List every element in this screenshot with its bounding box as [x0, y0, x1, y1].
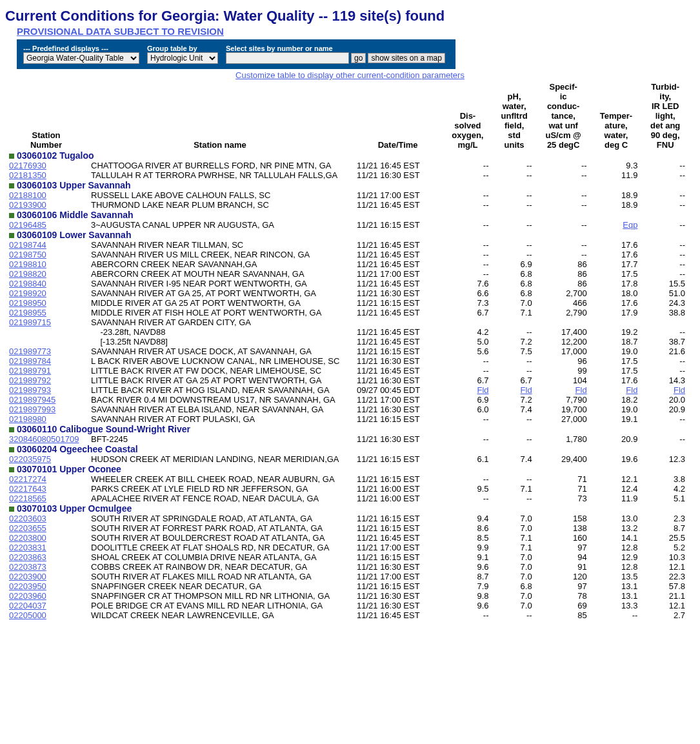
station-link[interactable]: 02198820 [9, 269, 46, 279]
station-link[interactable]: 02203873 [9, 562, 46, 572]
station-number-cell: 02205000 [5, 610, 87, 620]
station-link[interactable]: 02203900 [9, 572, 46, 581]
value-cell: -- [493, 220, 536, 230]
station-number-cell: 021989792 [5, 376, 87, 385]
station-number-cell: 02198920 [5, 288, 87, 298]
datetime-cell: 11/21 16:45 EST [353, 366, 443, 376]
value-cell: 19.6 [591, 454, 642, 464]
value-cell: 85 [536, 610, 591, 620]
value-link[interactable]: Fld [575, 385, 587, 395]
group-header-row: 03060109 Lower Savannah [5, 230, 689, 240]
value-cell: 94 [536, 552, 591, 562]
station-link[interactable]: 02218565 [9, 494, 46, 503]
table-row: 021989715SAVANNAH RIVER AT GARDEN CITY, … [5, 317, 689, 327]
table-row: 02188100RUSSELL LAKE ABOVE CALHOUN FALLS… [5, 190, 689, 200]
station-link[interactable]: 320846080501709 [9, 434, 79, 444]
datetime-cell: 11/21 16:45 EST [353, 279, 443, 288]
station-number-cell: 02203655 [5, 523, 87, 533]
station-link[interactable]: 02217274 [9, 474, 46, 484]
station-link[interactable]: 02204037 [9, 601, 46, 610]
datetime-cell: 11/21 17:00 EST [353, 190, 443, 200]
station-link[interactable]: 02203960 [9, 591, 46, 601]
station-link[interactable]: 0219897945 [9, 395, 55, 405]
table-row: 02217643PARKS CREEK AT LYLE FIELD RD NR … [5, 484, 689, 494]
value-cell: 19.2 [591, 327, 642, 337]
station-link[interactable]: 02193900 [9, 200, 46, 210]
controls-bar: --- Predefined displays --- Georgia Wate… [17, 39, 455, 69]
value-cell: Fld [641, 385, 689, 395]
group-select[interactable]: Hydrologic Unit [147, 52, 218, 64]
station-number-cell: 02203873 [5, 562, 87, 572]
group-header-cell: 03070103 Upper Ocmulgee [5, 503, 689, 514]
station-link[interactable]: 02198750 [9, 250, 46, 259]
value-cell: 6.7 [443, 308, 492, 317]
station-link[interactable]: 02205000 [9, 610, 46, 620]
go-button[interactable] [351, 53, 366, 63]
station-link[interactable]: 02188100 [9, 190, 46, 200]
station-link[interactable]: 02203863 [9, 552, 46, 562]
group-icon [9, 507, 14, 512]
customize-link[interactable]: Customize table to display other current… [235, 70, 465, 80]
station-link[interactable]: 02198744 [9, 240, 46, 250]
station-link[interactable]: 021989791 [9, 366, 51, 376]
station-link[interactable]: 02198980 [9, 414, 46, 424]
station-link[interactable]: 02217643 [9, 484, 46, 494]
station-link[interactable]: 02196485 [9, 220, 46, 230]
station-link[interactable]: 02203655 [9, 523, 46, 533]
value-cell: 12.8 [591, 562, 642, 572]
station-link[interactable]: 021989773 [9, 347, 51, 356]
value-cell: 13.3 [591, 601, 642, 610]
value-cell: 17.6 [591, 240, 642, 250]
station-link[interactable]: 02198920 [9, 288, 46, 298]
provisional-link[interactable]: PROVISIONAL DATA SUBJECT TO REVISION [17, 26, 224, 37]
station-name-cell: PARKS CREEK AT LYLE FIELD RD NR JEFFERSO… [87, 484, 353, 494]
value-cell: 78 [536, 591, 591, 601]
station-link[interactable]: 021989784 [9, 356, 51, 366]
station-name-cell: SOUTH RIVER AT FORREST PARK ROAD, AT ATL… [87, 523, 353, 533]
datetime-cell: 11/21 16:15 EST [353, 514, 443, 523]
value-cell [591, 317, 642, 327]
value-link[interactable]: Fld [521, 385, 532, 395]
station-number-cell: 02188100 [5, 190, 87, 200]
value-link[interactable]: Fld [674, 385, 685, 395]
station-number-cell: 02217274 [5, 474, 87, 484]
station-link[interactable]: 021989715 [9, 317, 51, 327]
datetime-cell: 11/21 16:15 EST [353, 523, 443, 533]
predef-select[interactable]: Georgia Water-Quality Table [23, 52, 139, 64]
station-name-cell: SAVANNAH RIVER AT ELBA ISLAND, NEAR SAVA… [87, 405, 353, 414]
station-link[interactable]: 02181350 [9, 170, 46, 180]
station-link[interactable]: 02198955 [9, 308, 46, 317]
value-cell: 86 [536, 269, 591, 279]
station-link[interactable]: 02203603 [9, 514, 46, 523]
station-link[interactable]: 021989793 [9, 385, 51, 395]
station-link[interactable]: 02198950 [9, 298, 46, 308]
station-link[interactable]: 02203831 [9, 543, 46, 552]
station-name-cell: HUDSON CREEK AT MERIDIAN LANDING, NEAR M… [87, 454, 353, 464]
station-number-cell: 021989793 [5, 385, 87, 395]
station-name-cell: SAVANNAH RIVER I-95 NEAR PORT WENTWORTH,… [87, 279, 353, 288]
station-link[interactable]: 021989792 [9, 376, 51, 385]
station-link[interactable]: 0219897993 [9, 405, 55, 414]
station-link[interactable]: 02176930 [9, 161, 46, 170]
station-link[interactable]: 02203800 [9, 533, 46, 543]
station-number-cell: 02198810 [5, 259, 87, 269]
datetime-cell: 11/21 16:30 EST [353, 288, 443, 298]
datetime-cell: 11/21 17:00 EST [353, 543, 443, 552]
station-link[interactable]: 022035975 [9, 454, 51, 464]
value-cell: 91 [536, 562, 591, 572]
station-number-cell: 02203831 [5, 543, 87, 552]
table-row: 021989784L BACK RIVER ABOVE LUCKNOW CANA… [5, 356, 689, 366]
value-link[interactable]: Eqp [623, 220, 637, 230]
value-cell: 17.6 [591, 376, 642, 385]
station-number-cell: 02198980 [5, 414, 87, 424]
datetime-cell: 11/21 16:15 EST [353, 581, 443, 591]
value-link[interactable]: Fld [626, 385, 637, 395]
sites-input[interactable] [226, 52, 349, 64]
value-cell: 69 [536, 601, 591, 610]
station-link[interactable]: 02198810 [9, 259, 46, 269]
value-cell [536, 317, 591, 327]
station-link[interactable]: 02198840 [9, 279, 46, 288]
value-link[interactable]: Fld [477, 385, 488, 395]
station-link[interactable]: 02203950 [9, 581, 46, 591]
map-button[interactable] [368, 53, 445, 63]
